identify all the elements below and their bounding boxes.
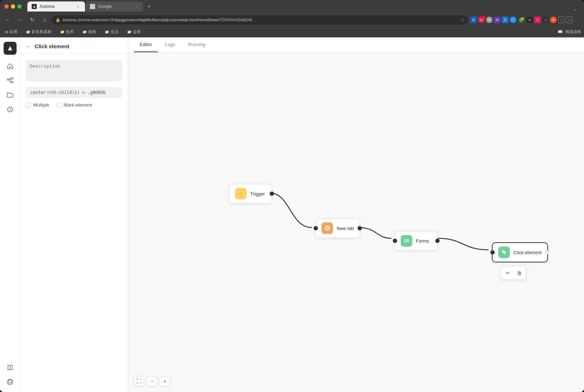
bookmark-tech[interactable]: 📁 技术 [58, 28, 76, 35]
sidebar-icon-workflow[interactable] [4, 75, 16, 86]
new-tab-button[interactable]: + [144, 1, 154, 12]
delete-node-button[interactable]: 🗑 [514, 268, 524, 278]
sidebar-icon-folder[interactable] [4, 89, 16, 101]
back-button[interactable]: ← [3, 15, 13, 25]
forms-label: Forms [416, 238, 429, 244]
app-content: ← Click element center:nth-child(1) > .g… [0, 37, 584, 392]
bookmark-games-label: 游戏 [88, 29, 96, 35]
block-icon[interactable]: ⊘ [566, 17, 572, 23]
tab-editor[interactable]: Editor [134, 37, 158, 52]
click-out-dot[interactable] [545, 250, 549, 254]
bookmark-games[interactable]: 📁 游戏 [80, 28, 98, 35]
bookmark-ops[interactable]: 📁 运营 [125, 28, 143, 35]
address-bar[interactable]: 🔒 Automa chrome-extension://infppggnoaen… [52, 15, 468, 24]
newtab-in-dot[interactable] [314, 226, 318, 230]
extension-icon-7[interactable]: 🧩 [518, 16, 525, 23]
newtab-icon [322, 222, 333, 234]
multiple-checkbox[interactable]: Multiple [26, 102, 49, 108]
forward-button[interactable]: → [15, 15, 25, 25]
selector-bar[interactable]: center:nth-child(1) > .gNO89b [26, 87, 122, 98]
address-text: Automa chrome-extension://infppggnoaenmf… [63, 18, 458, 22]
sidebar-icon-book[interactable] [4, 362, 16, 373]
tab-logs[interactable]: Logs [159, 37, 181, 52]
tab-running[interactable]: Running [182, 37, 211, 52]
click-in-dot[interactable] [490, 250, 495, 254]
more-icon[interactable]: ⋮ [574, 16, 581, 23]
zoom-out-button[interactable]: − [147, 376, 157, 386]
edit-node-button[interactable]: ✏ [503, 268, 513, 278]
bookmark-media[interactable]: 📁 影音和器材 [24, 28, 54, 35]
no-script-icon[interactable]: ⊘ [558, 17, 565, 23]
sidebar-icon-home[interactable] [4, 60, 16, 72]
extension-icon-6[interactable]: i [510, 17, 516, 23]
newtab-out-dot[interactable] [358, 226, 362, 230]
panel-title: Click element [35, 43, 69, 49]
extension-icon-3[interactable]: ● [486, 17, 493, 23]
nav-bar: ← → ↻ ⌂ 🔒 Automa chrome-extension://infp… [0, 13, 584, 27]
panel-header: ← Click element [20, 37, 128, 54]
window-controls[interactable]: ⌄ [573, 6, 580, 12]
extension-icon-2[interactable]: M1 [478, 17, 485, 23]
apps-icon: ⊞ [5, 30, 8, 34]
description-input[interactable] [26, 60, 122, 81]
checkboxes: Multiple Mark element [26, 102, 122, 108]
sidebar-icon-history[interactable] [4, 104, 16, 115]
zoom-in-button[interactable]: + [160, 376, 170, 386]
reading-list-icon: 📖 [558, 30, 563, 34]
nav-icons: B M1 ● W D i 🧩 A L ⟐ ● ⊘ ⊘ ⋮ [470, 16, 581, 23]
bookmark-life[interactable]: 📁 生活 [103, 28, 121, 35]
folder-icon-5: 📁 [127, 30, 131, 34]
bookmark-life-label: 生活 [111, 29, 118, 35]
bookmark-apps[interactable]: ⊞ 应用 [3, 28, 19, 35]
folder-icon-2: 📁 [60, 30, 64, 34]
tab-google-close[interactable]: × [134, 4, 139, 9]
icon-sidebar [0, 37, 20, 392]
mark-element-checkbox[interactable]: Mark element [57, 102, 92, 108]
node-newtab[interactable]: New tab [315, 218, 360, 238]
editor-area: Editor Logs Running ⚡ Trigger [128, 37, 584, 392]
extension-icon-9[interactable]: L [534, 17, 541, 23]
trigger-out-dot[interactable] [270, 192, 274, 196]
app-logo [4, 42, 17, 55]
extension-icon-11[interactable]: ● [550, 17, 557, 23]
folder-icon-4: 📁 [105, 30, 109, 34]
reading-list-label: 阅读清单 [565, 30, 581, 34]
bookmark-ops-label: 运营 [133, 29, 141, 35]
extension-icon-1[interactable]: B [470, 17, 477, 23]
sidebar-icon-github[interactable] [4, 376, 16, 388]
extension-icon-5[interactable]: D [502, 17, 508, 23]
panel-body: center:nth-child(1) > .gNO89b Multiple M… [20, 54, 128, 392]
extension-icon-10[interactable]: ⟐ [542, 17, 549, 23]
forms-in-dot[interactable] [393, 239, 397, 243]
node-forms[interactable]: Forms [395, 231, 438, 251]
close-button[interactable] [4, 4, 9, 9]
reload-button[interactable]: ↻ [27, 15, 37, 25]
bookmark-star[interactable]: ☆ [461, 17, 464, 22]
canvas: ⚡ Trigger New tab [128, 53, 584, 392]
panel: ← Click element center:nth-child(1) > .g… [20, 37, 128, 392]
node-toolbar: ✏ 🗑 [501, 266, 526, 280]
automa-favicon [32, 4, 37, 9]
extension-icon-8[interactable]: A [526, 17, 533, 23]
panel-back-button[interactable]: ← [26, 44, 31, 49]
click-icon [498, 247, 510, 258]
mark-element-checkbox-box [57, 103, 62, 108]
tab-automa[interactable]: Automa × [27, 1, 85, 12]
node-trigger[interactable]: ⚡ Trigger [229, 184, 272, 203]
tab-google[interactable]: Google × [86, 1, 143, 12]
extension-icon-4[interactable]: W [494, 17, 500, 23]
google-favicon [90, 4, 95, 9]
folder-icon-1: 📁 [26, 30, 30, 34]
reading-list[interactable]: 📖 阅读清单 [558, 29, 581, 35]
node-click[interactable]: Click element [492, 242, 548, 262]
forms-out-dot[interactable] [435, 239, 440, 243]
tab-google-label: Google [98, 4, 112, 9]
click-label: Click element [513, 250, 542, 255]
maximize-button[interactable] [17, 4, 22, 9]
trigger-icon: ⚡ [235, 188, 247, 199]
expand-button[interactable]: ⛶ [134, 376, 144, 386]
home-button[interactable]: ⌂ [40, 15, 50, 25]
minimize-button[interactable] [11, 4, 15, 9]
lock-icon: 🔒 [55, 18, 60, 22]
tab-automa-close[interactable]: × [76, 4, 81, 9]
